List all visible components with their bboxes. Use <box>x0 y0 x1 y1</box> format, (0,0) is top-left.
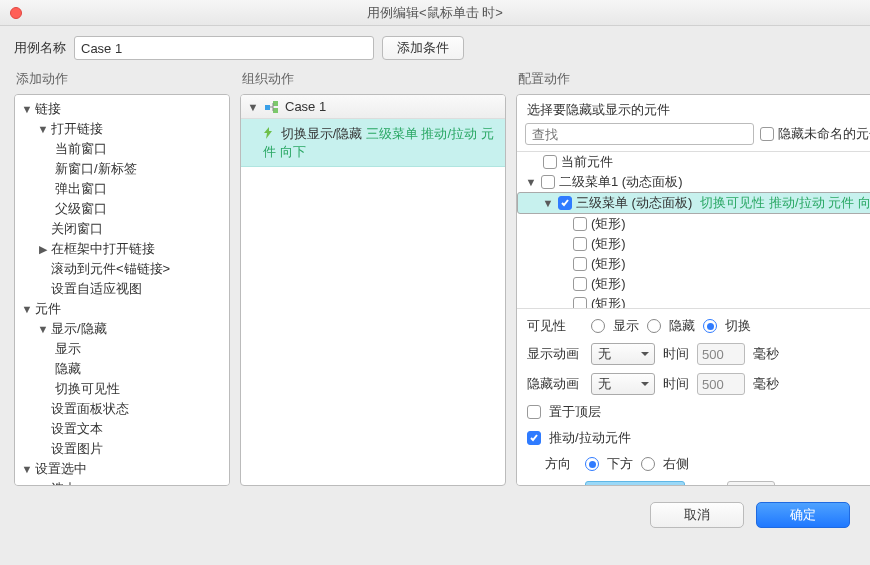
widget-tree: 当前元件 ▼二级菜单1 (动态面板) ▼三级菜单 (动态面板)切换可见性 推动/… <box>517 151 870 309</box>
organize-action-header: 组织动作 <box>240 70 506 94</box>
tree-leaf[interactable]: ▼关闭窗口 <box>15 219 229 239</box>
disclosure-down-icon[interactable]: ▼ <box>37 323 49 335</box>
tree-leaf[interactable]: ▼设置文本 <box>15 419 229 439</box>
disclosure-down-icon[interactable]: ▼ <box>525 176 537 188</box>
radio-hide[interactable] <box>647 319 661 333</box>
tree-item-rect[interactable]: (矩形) <box>517 234 870 254</box>
disclosure-down-icon[interactable]: ▼ <box>21 103 33 115</box>
tree-item-rect[interactable]: (矩形) <box>517 254 870 274</box>
disclosure-down-icon[interactable]: ▼ <box>21 463 33 475</box>
push-time-input <box>727 481 775 486</box>
hide-time-input <box>697 373 745 395</box>
case-label: Case 1 <box>285 99 326 114</box>
disclosure-down-icon[interactable]: ▼ <box>542 197 554 209</box>
hide-anim-row: 隐藏动画 无 时间 毫秒 <box>527 373 870 395</box>
add-action-header: 添加动作 <box>14 70 230 94</box>
tree-leaf[interactable]: ▼滚动到元件<锚链接> <box>15 259 229 279</box>
checkbox-icon <box>760 127 774 141</box>
tree-node-show-hide[interactable]: ▼显示/隐藏 <box>15 319 229 339</box>
checkbox-checked-icon <box>527 431 541 445</box>
tree-node-widgets[interactable]: ▼元件 <box>15 299 229 319</box>
hide-unnamed-checkbox[interactable]: 隐藏未命名的元件 <box>760 125 870 143</box>
disclosure-down-icon[interactable]: ▼ <box>37 123 49 135</box>
tree-item-rect[interactable]: (矩形) <box>517 214 870 234</box>
svg-rect-2 <box>273 108 278 113</box>
radio-right[interactable] <box>641 457 655 471</box>
case-name-label: 用例名称 <box>14 39 66 57</box>
add-action-panel: ▼链接 ▼打开链接 当前窗口 新窗口/新标签 弹出窗口 父级窗口 ▼关闭窗口 ▶… <box>14 94 230 486</box>
tree-item-l3[interactable]: ▼三级菜单 (动态面板)切换可见性 推动/拉动 元件 向 <box>517 192 870 214</box>
disclosure-down-icon[interactable]: ▼ <box>247 101 259 113</box>
case-name-input[interactable] <box>74 36 374 60</box>
tree-leaf[interactable]: 隐藏 <box>15 359 229 379</box>
tree-node-select[interactable]: ▼设置选中 <box>15 459 229 479</box>
radio-toggle[interactable] <box>703 319 717 333</box>
dialog-button-bar: 取消 确定 <box>0 496 870 528</box>
checkbox-checked-icon <box>558 196 572 210</box>
tree-leaf[interactable]: ▼设置图片 <box>15 439 229 459</box>
tree-node-in-frame[interactable]: ▶在框架中打开链接 <box>15 239 229 259</box>
tree-item-rect[interactable]: (矩形) <box>517 294 870 309</box>
push-enable-row[interactable]: 推动/拉动元件 <box>527 429 870 447</box>
tree-leaf[interactable]: 弹出窗口 <box>15 179 229 199</box>
organize-panel: ▼ Case 1 切换显示/隐藏 三级菜单 推动/拉动 元件 向下 <box>240 94 506 486</box>
hide-anim-select[interactable]: 无 <box>591 373 655 395</box>
configure-panel: 选择要隐藏或显示的元件 隐藏未命名的元件 当前元件 ▼二级菜单1 (动态面板) … <box>516 94 870 486</box>
checkbox-icon <box>527 405 541 419</box>
tree-leaf[interactable]: ▼选中 <box>15 479 229 486</box>
tree-item-current[interactable]: 当前元件 <box>517 152 870 172</box>
tree-leaf[interactable]: 切换可见性 <box>15 379 229 399</box>
add-condition-button[interactable]: 添加条件 <box>382 36 464 60</box>
window-title: 用例编辑<鼠标单击 时> <box>367 4 503 22</box>
tree-node-links[interactable]: ▼链接 <box>15 99 229 119</box>
tree-leaf[interactable]: ▼设置自适应视图 <box>15 279 229 299</box>
push-anim-row: 动画 无 时间 毫秒 <box>527 481 870 486</box>
tree-item-l2[interactable]: ▼二级菜单1 (动态面板) <box>517 172 870 192</box>
radio-show[interactable] <box>591 319 605 333</box>
action-tree: ▼链接 ▼打开链接 当前窗口 新窗口/新标签 弹出窗口 父级窗口 ▼关闭窗口 ▶… <box>15 95 229 486</box>
show-time-input <box>697 343 745 365</box>
configure-action-header: 配置动作 <box>516 70 870 94</box>
tree-leaf[interactable]: 新窗口/新标签 <box>15 159 229 179</box>
disclosure-right-icon[interactable]: ▶ <box>37 243 49 256</box>
tree-leaf[interactable]: ▼设置面板状态 <box>15 399 229 419</box>
push-anim-select[interactable]: 无 <box>585 481 685 486</box>
action-verb: 切换显示/隐藏 <box>281 126 363 141</box>
tree-leaf[interactable]: 父级窗口 <box>15 199 229 219</box>
search-input[interactable] <box>525 123 754 145</box>
cancel-button[interactable]: 取消 <box>650 502 744 528</box>
svg-rect-1 <box>273 101 278 106</box>
case-header[interactable]: ▼ Case 1 <box>241 95 505 119</box>
lightning-icon <box>263 127 273 139</box>
window-titlebar: 用例编辑<鼠标单击 时> <box>0 0 870 26</box>
push-dir-row: 方向 下方 右侧 <box>527 455 870 473</box>
show-anim-select[interactable]: 无 <box>591 343 655 365</box>
tree-item-rect[interactable]: (矩形) <box>517 274 870 294</box>
action-row[interactable]: 切换显示/隐藏 三级菜单 推动/拉动 元件 向下 <box>241 119 505 167</box>
tree-leaf[interactable]: 显示 <box>15 339 229 359</box>
show-anim-row: 显示动画 无 时间 毫秒 <box>527 343 870 365</box>
radio-below[interactable] <box>585 457 599 471</box>
svg-rect-0 <box>265 105 270 110</box>
disclosure-down-icon[interactable]: ▼ <box>21 303 33 315</box>
bring-front-row[interactable]: 置于顶层 <box>527 403 870 421</box>
config-title: 选择要隐藏或显示的元件 <box>517 95 870 123</box>
ok-button[interactable]: 确定 <box>756 502 850 528</box>
tree-leaf[interactable]: 当前窗口 <box>15 139 229 159</box>
close-icon[interactable] <box>10 7 22 19</box>
case-name-row: 用例名称 添加条件 <box>0 26 870 70</box>
tree-node-open-link[interactable]: ▼打开链接 <box>15 119 229 139</box>
case-icon <box>265 101 279 113</box>
visibility-row: 可见性 显示 隐藏 切换 <box>527 317 870 335</box>
